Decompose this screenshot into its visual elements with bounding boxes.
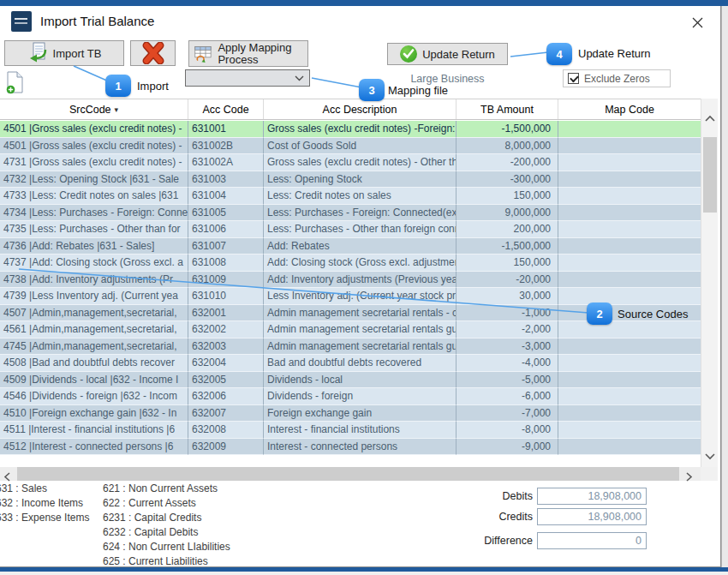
cell-srccode: 4738 |Add: Inventory adjustments (Pr	[0, 272, 188, 289]
table-row[interactable]: 4733 |Less: Credit notes on sales |631 6…	[0, 188, 701, 205]
cell-tb-amount: -200,000	[456, 154, 558, 171]
cell-srccode: 4546 |Dividends - foreign |632 - Incom	[0, 388, 188, 405]
credits-field[interactable]: 18,908,000	[537, 508, 647, 525]
large-business-label: Large Business	[387, 73, 508, 85]
update-return-button[interactable]: Update Return	[387, 43, 508, 65]
vertical-scrollbar-thumb[interactable]	[703, 137, 717, 213]
cell-acc-description: Less Inventory adj. (Current year stock …	[264, 288, 456, 305]
table-row[interactable]: 4731 |Gross sales (exclu credit notes) -…	[0, 154, 701, 171]
difference-label: Difference	[428, 535, 533, 547]
cell-tb-amount: -2,000	[456, 321, 558, 338]
cell-srccode: 4736 |Add: Rebates |631 - Sales]	[0, 238, 188, 255]
cell-acc-code: 632008	[188, 422, 264, 439]
callout-label-source-codes: Source Codes	[618, 308, 688, 320]
exclude-zeros-checkbox[interactable]	[568, 73, 579, 84]
callout-badge-4: 4	[546, 43, 572, 65]
red-x-icon	[139, 42, 168, 64]
table-row[interactable]: 4501 |Gross sales (exclu credit notes) -…	[0, 121, 701, 138]
cell-acc-code: 631003	[188, 171, 264, 189]
vertical-scrollbar[interactable]	[701, 99, 718, 467]
cell-acc-code: 631002B	[188, 138, 264, 155]
cell-acc-code: 631006	[188, 221, 264, 238]
table-row[interactable]: 4511 |Interest - financial institutions …	[0, 422, 701, 439]
cell-acc-description: Less: Credit notes on sales	[264, 188, 456, 205]
delete-button[interactable]	[130, 40, 176, 66]
cell-tb-amount: -300,000	[456, 171, 558, 189]
table-row[interactable]: 4735 |Less: Purchases - Other than for 6…	[0, 221, 701, 238]
cell-tb-amount: -3,000	[456, 338, 558, 356]
column-header-map-code[interactable]: Map Code	[558, 99, 701, 119]
cell-map-code	[558, 321, 701, 338]
dialog-title: Import Trial Balance	[40, 14, 154, 28]
table-row[interactable]: 4501 |Gross sales (exclu credit notes) -…	[0, 138, 701, 155]
cell-acc-code: 631002A	[188, 154, 264, 171]
close-button[interactable]	[686, 11, 708, 33]
table-row[interactable]: 4510 |Foreign exchange gain |632 - In 63…	[0, 405, 701, 422]
cell-srccode: 4737 |Add: Closing stock (Gross excl. a	[0, 255, 188, 272]
cell-acc-code: 631010	[188, 288, 264, 305]
cell-acc-description: Gross sales (exclu credit notes) -Foreig…	[264, 121, 456, 138]
horizontal-scrollbar[interactable]	[0, 467, 701, 481]
table-row[interactable]: 4508 |Bad and doubtful debts recover 632…	[0, 355, 701, 372]
table-row[interactable]: 4734 |Less: Purchases - Foreign: Conne 6…	[0, 205, 701, 222]
credits-label: Credits	[428, 511, 533, 523]
legend-item: 625 : Current Liabilities	[103, 554, 230, 569]
cell-srccode: 4507 |Admin,management,secretarial,	[0, 305, 188, 322]
cell-tb-amount: 200,000	[456, 221, 558, 238]
table-row[interactable]: 4509 |Dividends - local |632 - Income I …	[0, 372, 701, 389]
cell-map-code	[558, 338, 701, 356]
cell-acc-description: Dividends - foreign	[264, 388, 456, 405]
column-header-acc-code[interactable]: Acc Code	[188, 99, 264, 119]
cell-acc-description: Gross sales (exclu credit notes) - Other…	[264, 154, 456, 171]
cell-acc-description: Interest - financial institutions	[264, 422, 456, 439]
import-tb-button[interactable]: Import TB	[4, 40, 124, 66]
debits-label: Debits	[428, 490, 533, 502]
scroll-right-icon[interactable]	[685, 470, 693, 485]
table-row[interactable]: 4737 |Add: Closing stock (Gross excl. a …	[0, 255, 701, 272]
cell-acc-code: 632005	[188, 372, 264, 389]
cell-tb-amount: 150,000	[456, 188, 558, 205]
column-header-srccode[interactable]: SrcCode▾	[0, 99, 188, 119]
cell-tb-amount: -4,000	[456, 355, 558, 372]
legend-item: 631 : Sales	[0, 482, 89, 496]
table-row[interactable]: 4745 |Admin,management,secretarial, 6320…	[0, 338, 701, 356]
cell-map-code	[558, 221, 701, 238]
cell-tb-amount: -7,000	[456, 405, 558, 422]
cell-map-code	[558, 138, 701, 155]
grid-rows: 4501 |Gross sales (exclu credit notes) -…	[0, 121, 701, 455]
cell-map-code	[558, 272, 701, 289]
column-header-acc-description[interactable]: Acc Description	[264, 99, 456, 119]
mapping-file-dropdown[interactable]	[185, 69, 310, 87]
scroll-down-icon[interactable]	[705, 448, 715, 464]
table-row[interactable]: 4546 |Dividends - foreign |632 - Incom 6…	[0, 388, 701, 405]
cell-tb-amount: -20,000	[456, 272, 558, 289]
scroll-up-icon[interactable]	[705, 111, 715, 126]
cell-acc-code: 632001	[188, 305, 264, 322]
apply-mapping-process-button[interactable]: Apply Mapping Process	[188, 40, 308, 67]
legend-item: 633 : Expense Items	[0, 511, 89, 525]
callout-badge-3: 3	[359, 79, 385, 101]
app-logo-text-lines	[15, 18, 27, 20]
page-add-icon[interactable]	[5, 71, 25, 98]
cell-srccode: 4512 |Interest - connected persons |6	[0, 439, 188, 456]
exclude-zeros-label: Exclude Zeros	[584, 73, 650, 85]
cell-map-code	[558, 355, 701, 372]
cell-acc-description: Add: Inventory adjustments (Previous yea…	[264, 272, 456, 289]
debits-field[interactable]: 18,908,000	[537, 488, 647, 505]
close-x-icon	[691, 16, 704, 29]
cell-acc-description: Admin management secretarial rentals gua	[264, 338, 456, 356]
exclude-zeros-group: Exclude Zeros	[563, 69, 671, 87]
cell-acc-code: 632007	[188, 405, 264, 422]
table-row[interactable]: 4738 |Add: Inventory adjustments (Pr 631…	[0, 272, 701, 289]
table-row[interactable]: 4512 |Interest - connected persons |6 63…	[0, 439, 701, 456]
update-return-label: Update Return	[422, 48, 495, 61]
grid-header-row: SrcCode▾ Acc Code Acc Description TB Amo…	[0, 99, 701, 120]
table-row[interactable]: 4732 |Less: Opening Stock |631 - Sale 63…	[0, 171, 701, 189]
column-header-tb-amount[interactable]: TB Amount	[456, 99, 558, 119]
cell-acc-code: 631004	[188, 188, 264, 205]
cell-srccode: 4732 |Less: Opening Stock |631 - Sale	[0, 171, 188, 189]
table-row[interactable]: 4736 |Add: Rebates |631 - Sales] 631007 …	[0, 238, 701, 255]
difference-field[interactable]: 0	[537, 532, 647, 549]
horizontal-scrollbar-thumb[interactable]	[17, 467, 679, 481]
legend-item: 632 : Income Items	[0, 496, 89, 511]
